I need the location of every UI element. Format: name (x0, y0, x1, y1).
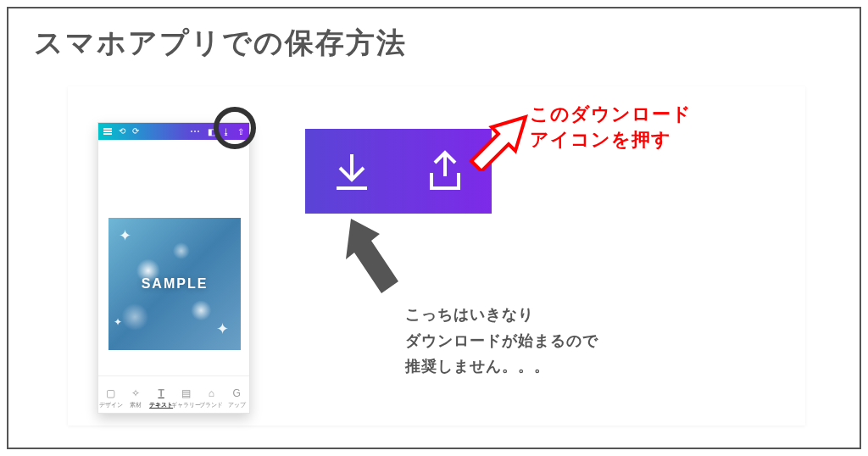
phone-bottom-nav: ▢デザイン ✧素材 Tテキスト ▤ギャラリー ⌂ブランド Gアップ (98, 375, 249, 413)
phone-topbar: ⟲ ⟳ ⋯ ◧ ⭳ ⇧ (98, 123, 249, 140)
palette-icon[interactable]: ◧ (208, 127, 215, 136)
canvas-preview: ✦ ✦ ✦ SAMPLE (108, 218, 241, 350)
tab-upload[interactable]: Gアップ (225, 387, 248, 409)
page-title: スマホアプリでの保存方法 (34, 24, 407, 63)
tab-gallery[interactable]: ▤ギャラリー (175, 387, 198, 409)
download-mini-icon[interactable]: ⭳ (222, 127, 231, 136)
red-annotation-line1: このダウンロード (530, 102, 692, 127)
grey-annotation: こっちはいきなり ダウンロードが始まるので 推奨しません。。。 (405, 302, 598, 380)
share-mini-icon[interactable]: ⇧ (237, 127, 244, 136)
grey-arrow-icon (339, 214, 407, 307)
sample-label: SAMPLE (142, 276, 209, 292)
tab-elements[interactable]: ✧素材 (124, 387, 147, 409)
grey-annotation-line2: ダウンロードが始まるので (405, 328, 598, 354)
tab-brand[interactable]: ⌂ブランド (199, 387, 223, 409)
hamburger-icon[interactable] (103, 127, 112, 136)
svg-marker-4 (346, 219, 398, 293)
undo-icon[interactable]: ⟲ (119, 127, 125, 136)
sparkle-icon: ✦ (216, 320, 229, 338)
sparkle-icon: ✦ (119, 226, 131, 245)
redo-icon[interactable]: ⟳ (132, 127, 139, 136)
red-annotation: このダウンロード アイコンを押す (530, 102, 692, 152)
instruction-frame: スマホアプリでの保存方法 ⟲ ⟳ ⋯ ◧ ⭳ ⇧ ✦ ✦ ✦ (7, 7, 861, 449)
download-icon[interactable] (326, 146, 377, 197)
tab-text[interactable]: Tテキスト (149, 387, 173, 409)
more-icon[interactable]: ⋯ (190, 126, 201, 136)
zoomed-icon-panel (305, 129, 492, 214)
grey-annotation-line3: 推奨しません。。。 (405, 353, 598, 380)
share-icon[interactable] (420, 146, 470, 197)
grey-annotation-line1: こっちはいきなり (405, 302, 598, 328)
sparkle-icon: ✦ (114, 316, 122, 328)
content-card: ⟲ ⟳ ⋯ ◧ ⭳ ⇧ ✦ ✦ ✦ SAMPLE ▢デザイン ✧素材 Tテ (68, 86, 805, 425)
tab-design[interactable]: ▢デザイン (99, 387, 123, 409)
phone-screenshot: ⟲ ⟳ ⋯ ◧ ⭳ ⇧ ✦ ✦ ✦ SAMPLE ▢デザイン ✧素材 Tテ (97, 122, 250, 414)
red-annotation-line2: アイコンを押す (530, 127, 692, 153)
